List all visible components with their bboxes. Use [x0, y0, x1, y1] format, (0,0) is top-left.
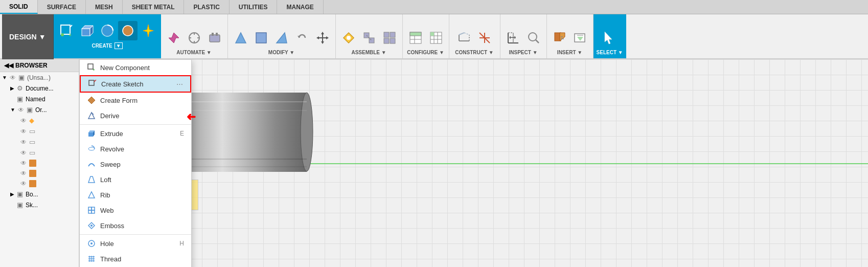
- dropdown-create-sketch[interactable]: Create Sketch ⋯: [80, 75, 191, 93]
- design-button[interactable]: DESIGN ▼: [2, 14, 54, 59]
- svg-point-73: [301, 93, 313, 171]
- svg-marker-70: [605, 32, 612, 44]
- automate-btn1[interactable]: [164, 28, 184, 48]
- automate-btn2[interactable]: [185, 28, 204, 48]
- svg-rect-81: [89, 80, 94, 85]
- dropdown-thread[interactable]: Thread: [80, 251, 191, 266]
- tab-surface[interactable]: SURFACE: [38, 0, 86, 14]
- tree-item-obj1[interactable]: 👁: [0, 158, 79, 168]
- tree-item-obj2[interactable]: 👁: [0, 168, 79, 179]
- assemble-btn3[interactable]: [380, 28, 399, 48]
- svg-marker-25: [321, 32, 324, 34]
- svg-rect-16: [210, 35, 220, 42]
- tree-item-1[interactable]: ▶ ⚙ Docume...: [0, 83, 79, 94]
- inspect-btn1[interactable]: ⟷: [504, 28, 523, 48]
- sparkle-btn[interactable]: [139, 21, 158, 40]
- svg-marker-22: [298, 36, 301, 38]
- dropdown-hole[interactable]: Hole H: [80, 236, 191, 251]
- svg-line-62: [536, 40, 539, 43]
- new-sketch-btn[interactable]: +: [57, 21, 76, 40]
- sweep-btn[interactable]: [118, 21, 138, 40]
- extrude-icon: [87, 129, 96, 138]
- tree-item-point[interactable]: 👁 ◆: [0, 115, 79, 126]
- eye-icon-obj3[interactable]: 👁: [20, 180, 27, 187]
- eye-icon-plane3[interactable]: 👁: [20, 149, 27, 157]
- construct-btn2[interactable]: [475, 28, 494, 48]
- svg-marker-21: [277, 33, 287, 43]
- dropdown-emboss[interactable]: Emboss: [80, 218, 191, 233]
- tab-utilities[interactable]: UTILITIES: [230, 0, 278, 14]
- create-sketch-icon: [88, 79, 97, 88]
- expand-arrow-bodies[interactable]: ▶: [10, 191, 14, 197]
- dropdown-loft[interactable]: Loft: [80, 172, 191, 187]
- select-btn[interactable]: [600, 28, 620, 48]
- expand-arrow-0[interactable]: ▼: [2, 75, 7, 80]
- insert-btn2[interactable]: [570, 28, 590, 48]
- tree-item-plane3[interactable]: 👁 ▭: [0, 147, 79, 158]
- tab-manage[interactable]: MANAGE: [277, 0, 323, 14]
- svg-text:+: +: [93, 68, 95, 72]
- dropdown-create-form[interactable]: Create Form: [80, 93, 191, 108]
- modify-btn3[interactable]: [272, 28, 291, 48]
- dropdown-sweep[interactable]: Sweep: [80, 157, 191, 172]
- dropdown-derive[interactable]: Derive: [80, 108, 191, 123]
- modify-btn1[interactable]: [231, 28, 250, 48]
- assemble-btn2[interactable]: [359, 28, 379, 48]
- create-label: CREATE: [92, 43, 112, 49]
- create-form-icon: [87, 96, 96, 105]
- assemble-btn1[interactable]: [339, 28, 358, 48]
- tree-item-bodies[interactable]: ▶ ▣ Bo...: [0, 189, 79, 199]
- tree-item-sketches[interactable]: ▶ ▣ Sk...: [0, 199, 79, 210]
- tab-plastic[interactable]: PLASTIC: [184, 0, 229, 14]
- tree-item-plane2[interactable]: 👁 ▭: [0, 137, 79, 147]
- item-icon-plane3: ▭: [29, 149, 35, 157]
- tree-item-named[interactable]: ▶ ▣ Named: [0, 94, 79, 104]
- dropdown-new-component[interactable]: + New Component: [80, 60, 191, 75]
- configure-btn1[interactable]: [406, 28, 425, 48]
- dropdown-extrude[interactable]: Extrude E: [80, 126, 191, 141]
- inspect-btn2[interactable]: [524, 28, 543, 48]
- create-dropdown-arrow[interactable]: ▼: [115, 42, 123, 49]
- item-icon-bodies: ▣: [17, 190, 23, 198]
- dropdown-rib[interactable]: Rib: [80, 187, 191, 203]
- hole-label: Hole: [100, 240, 114, 248]
- tree-item-0[interactable]: ▼ 👁 ▣ (Unsa...): [0, 72, 79, 83]
- eye-icon-obj1[interactable]: 👁: [20, 160, 27, 167]
- eye-icon-obj2[interactable]: 👁: [20, 170, 27, 177]
- tree-item-origin[interactable]: ▼ 👁 ▣ Or...: [0, 104, 79, 115]
- design-arrow: ▼: [39, 33, 46, 41]
- emboss-icon: [87, 221, 96, 230]
- browser-collapse[interactable]: ◀◀: [4, 62, 13, 69]
- inspect-label: INSPECT ▼: [509, 50, 538, 56]
- tree-item-plane1[interactable]: 👁 ▭: [0, 126, 79, 137]
- expand-arrow-1[interactable]: ▶: [10, 85, 14, 91]
- design-label: DESIGN: [9, 33, 37, 41]
- browser-header[interactable]: ◀◀ BROWSER: [0, 59, 79, 72]
- item-icon-plane2: ▭: [29, 138, 35, 146]
- modify-btn2[interactable]: [252, 28, 271, 48]
- svg-rect-92: [88, 207, 92, 210]
- tab-sheetmetal[interactable]: SHEET METAL: [123, 0, 185, 14]
- eye-icon-point[interactable]: 👁: [20, 117, 27, 124]
- construct-btn1[interactable]: [454, 28, 474, 48]
- dropdown-revolve[interactable]: Revolve: [80, 141, 191, 157]
- insert-btn1[interactable]: [550, 28, 569, 48]
- eye-icon-plane2[interactable]: 👁: [20, 139, 27, 146]
- dropdown-web[interactable]: Web: [80, 203, 191, 218]
- automate-btn3[interactable]: [205, 28, 224, 48]
- configure-btn2[interactable]: [426, 28, 446, 48]
- tree-item-obj3[interactable]: 👁: [0, 179, 79, 189]
- svg-line-52: [464, 33, 469, 35]
- expand-arrow-origin[interactable]: ▼: [10, 107, 15, 113]
- move-btn[interactable]: [313, 28, 332, 48]
- modify-btn4[interactable]: [292, 28, 312, 48]
- tab-mesh[interactable]: MESH: [86, 0, 123, 14]
- tab-solid[interactable]: SOLID: [0, 0, 38, 14]
- new-component-icon: +: [87, 63, 96, 72]
- eye-icon-origin[interactable]: 👁: [18, 106, 24, 114]
- eye-icon-plane1[interactable]: 👁: [20, 128, 27, 135]
- extrude-btn[interactable]: [77, 21, 97, 40]
- revolve-btn[interactable]: [98, 21, 117, 40]
- eye-icon-0[interactable]: 👁: [10, 74, 16, 81]
- viewport[interactable]: + New Component Create Sketch ⋯ Create F…: [79, 59, 868, 267]
